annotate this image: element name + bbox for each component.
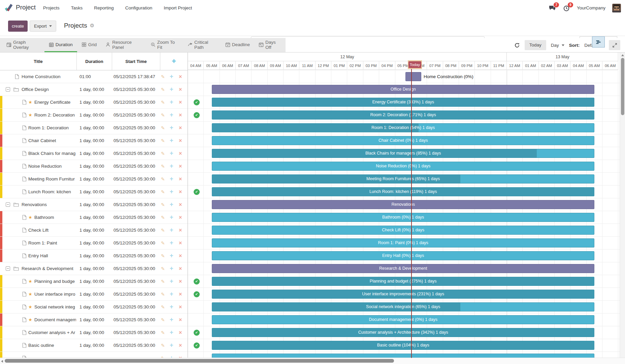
favorite-star-icon[interactable]: ★ [28, 313, 32, 326]
add-subtask-icon[interactable]: + [170, 198, 173, 211]
gantt-bar[interactable]: Planning and budget (275%) 1 days [212, 277, 594, 286]
delete-x-icon[interactable]: × [179, 109, 182, 121]
view-gantt-button[interactable] [592, 36, 605, 47]
edit-pencil-icon[interactable]: ✎ [161, 250, 165, 262]
collapse-toggle[interactable]: − [6, 266, 10, 271]
user-avatar[interactable] [612, 4, 621, 12]
table-row[interactable]: ★Energy Certificate1 day, 00:0005/12/202… [0, 96, 188, 109]
table-row[interactable]: Basic outline1 day, 00:0005/12/2025 05:3… [0, 339, 188, 352]
delete-x-icon[interactable]: × [179, 326, 182, 339]
add-subtask-icon[interactable]: + [170, 262, 173, 275]
delete-x-icon[interactable]: × [179, 186, 182, 198]
delete-x-icon[interactable]: × [179, 70, 182, 83]
add-subtask-icon[interactable]: + [170, 275, 173, 288]
edit-pencil-icon[interactable]: ✎ [161, 173, 165, 185]
delete-x-icon[interactable]: × [179, 352, 182, 358]
add-subtask-icon[interactable]: + [170, 83, 173, 96]
gantt-bar[interactable]: Meeting Room Furnitures (65%) 1 days [212, 174, 594, 184]
table-row[interactable]: Home Construction01:0005/12/2025 17:38:4… [0, 70, 188, 83]
add-subtask-icon[interactable]: + [170, 134, 173, 147]
favorite-star-icon[interactable]: ★ [28, 96, 32, 108]
gantt-bar-milestone[interactable] [405, 72, 421, 81]
menu-item-projects[interactable]: Projects [43, 5, 60, 10]
gantt-bar[interactable]: Chair Cabinet (0%) 1 days [212, 136, 594, 145]
table-row[interactable]: Meeting Room Furnitur1 day, 00:0005/12/2… [0, 173, 188, 186]
fullscreen-button[interactable] [609, 40, 620, 50]
vertical-scrollbar[interactable] [620, 53, 625, 358]
menu-item-import-project[interactable]: Import Project [164, 5, 192, 10]
gantt-bar[interactable]: Room 1: Paint (0%) 1 days [212, 238, 594, 247]
toolbar-button-days-off[interactable]: Days Off [254, 38, 286, 52]
gantt-bar[interactable]: Room 1: Decoration (54%) 1 days [212, 123, 594, 132]
table-row[interactable]: Noise Reduction1 day, 00:0005/12/2025 05… [0, 160, 188, 173]
delete-x-icon[interactable]: × [179, 275, 182, 288]
gantt-bar[interactable]: Document management (0%) 1 days [212, 315, 594, 324]
toolbar-button-zoom-to-fit[interactable]: Zoom To Fit [146, 38, 183, 52]
table-row[interactable]: Chair Cabinet1 day, 00:0005/12/2025 05:3… [0, 134, 188, 147]
done-check-icon[interactable]: ✔ [194, 112, 200, 118]
gantt-bar[interactable]: Basic outline (104%) 1 days [212, 341, 594, 350]
favorite-star-icon[interactable]: ★ [28, 275, 32, 288]
table-row[interactable]: Entry Hall1 day, 00:0005/12/2025 05:30:0… [0, 250, 188, 262]
scale-select[interactable]: Day [551, 43, 564, 48]
edit-pencil-icon[interactable]: ✎ [161, 275, 165, 288]
refresh-button[interactable] [514, 42, 520, 48]
delete-x-icon[interactable]: × [179, 339, 182, 352]
gantt-bar[interactable]: Black Chairs for managers (85%) 1 days [212, 149, 594, 158]
edit-pencil-icon[interactable]: ✎ [161, 262, 165, 275]
gantt-bar[interactable]: Office Design [212, 85, 594, 94]
table-row[interactable]: ★Document managem1 day, 00:0005/12/2025 … [0, 313, 188, 326]
table-row[interactable]: Room 1: Decoration1 day, 00:0005/12/2025… [0, 122, 188, 134]
add-subtask-icon[interactable]: + [170, 352, 173, 358]
done-check-icon[interactable]: ✔ [194, 189, 200, 195]
favorite-star-icon[interactable]: ★ [28, 211, 32, 224]
gantt-bar[interactable]: Noise Reduction (0%) 1 days [212, 162, 594, 171]
app-brand[interactable]: Project [4, 3, 36, 12]
delete-x-icon[interactable]: × [179, 237, 182, 249]
edit-pencil-icon[interactable]: ✎ [161, 96, 165, 108]
vertical-scrollbar-thumb[interactable] [621, 58, 624, 115]
edit-pencil-icon[interactable]: ✎ [161, 313, 165, 326]
edit-pencil-icon[interactable]: ✎ [161, 134, 165, 147]
done-check-icon[interactable]: ✔ [194, 291, 200, 297]
gear-icon[interactable]: ⚙ [90, 23, 94, 29]
scroll-up-arrow-icon[interactable] [621, 54, 624, 56]
add-subtask-icon[interactable]: + [170, 313, 173, 326]
horizontal-scrollbar[interactable] [0, 358, 625, 364]
table-row[interactable]: Customer analysis + Ar1 day, 00:0005/12/… [0, 326, 188, 339]
edit-pencil-icon[interactable]: ✎ [161, 224, 165, 236]
delete-x-icon[interactable]: × [179, 96, 182, 108]
delete-x-icon[interactable]: × [179, 122, 182, 134]
gantt-bar[interactable]: Bathroom (0%) 1 days [212, 213, 594, 222]
delete-x-icon[interactable]: × [179, 211, 182, 224]
menu-item-configuration[interactable]: Configuration [125, 5, 152, 10]
edit-pencil-icon[interactable]: ✎ [161, 147, 165, 160]
table-row[interactable]: −Office Design1 day, 00:0005/12/2025 05:… [0, 83, 188, 96]
add-subtask-icon[interactable]: + [170, 109, 173, 121]
table-row[interactable]: Black Chairs for manag1 day, 00:0005/12/… [0, 147, 188, 160]
table-row[interactable]: Room 1: Paint1 day, 00:0005/12/2025 05:3… [0, 237, 188, 250]
delete-x-icon[interactable]: × [179, 224, 182, 236]
add-subtask-icon[interactable]: + [170, 288, 173, 300]
table-row[interactable]: ✎+× [0, 352, 188, 358]
gantt-bar[interactable]: Energy Certificate (333%) 1 days [212, 98, 594, 107]
done-check-icon[interactable]: ✔ [194, 330, 200, 336]
delete-x-icon[interactable]: × [179, 250, 182, 262]
toolbar-button-resource-panel[interactable]: Resource Panel [101, 38, 146, 52]
menu-item-reporting[interactable]: Reporting [94, 5, 114, 10]
add-subtask-icon[interactable]: + [170, 250, 173, 262]
messages-button[interactable]: 7 [549, 4, 556, 12]
delete-x-icon[interactable]: × [179, 134, 182, 147]
edit-pencil-icon[interactable]: ✎ [161, 122, 165, 134]
done-check-icon[interactable]: ✔ [194, 278, 200, 285]
collapse-toggle[interactable]: − [6, 87, 10, 92]
gantt-bar[interactable]: Room 2: Decoration (171%) 1 days [212, 110, 594, 120]
delete-x-icon[interactable]: × [179, 160, 182, 172]
edit-pencil-icon[interactable]: ✎ [161, 70, 165, 83]
delete-x-icon[interactable]: × [179, 313, 182, 326]
add-subtask-icon[interactable]: + [170, 326, 173, 339]
delete-x-icon[interactable]: × [179, 173, 182, 185]
edit-pencil-icon[interactable]: ✎ [161, 186, 165, 198]
edit-pencil-icon[interactable]: ✎ [161, 352, 165, 358]
gantt-bar[interactable]: Renovations [212, 200, 594, 209]
